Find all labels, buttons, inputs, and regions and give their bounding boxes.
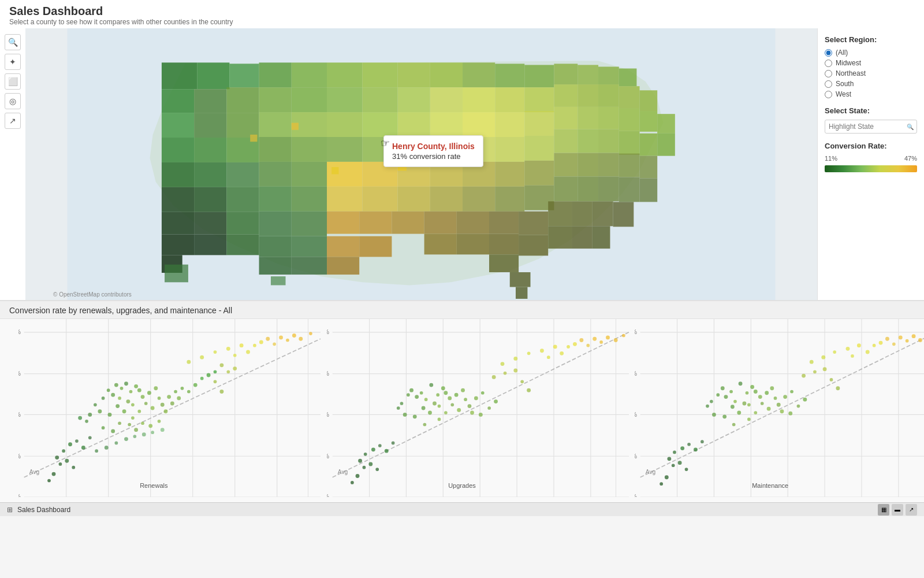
map-container[interactable]: Henry County, Illinois 31% conversion ra… (25, 28, 817, 300)
svg-point-339 (527, 388, 531, 392)
svg-rect-38 (194, 138, 226, 162)
svg-rect-80 (495, 162, 524, 187)
search-tool-button[interactable]: 🔍 (5, 34, 21, 50)
region-option-all[interactable]: (All) (825, 49, 917, 57)
svg-rect-134 (259, 236, 292, 257)
expand-button[interactable]: ↗ (906, 504, 917, 516)
svg-rect-123 (194, 187, 226, 212)
state-title: Select State: (825, 106, 917, 115)
svg-rect-24 (292, 87, 327, 112)
svg-point-247 (161, 428, 165, 432)
svg-point-226 (75, 439, 79, 443)
svg-point-419 (668, 457, 672, 461)
svg-point-279 (415, 395, 419, 399)
svg-point-229 (55, 455, 59, 460)
svg-point-295 (397, 406, 400, 410)
svg-text:40%: 40% (327, 329, 329, 335)
svg-point-315 (586, 344, 590, 347)
svg-point-402 (857, 343, 861, 347)
svg-point-211 (226, 347, 230, 351)
box-select-button[interactable]: ⬜ (5, 73, 21, 90)
svg-point-234 (47, 479, 51, 483)
svg-text:40%: 40% (18, 329, 21, 335)
region-option-northeast[interactable]: Northeast (825, 69, 917, 77)
svg-text:0%: 0% (18, 494, 21, 497)
svg-point-206 (148, 424, 152, 428)
svg-point-375 (743, 402, 747, 406)
svg-point-288 (454, 393, 458, 397)
svg-point-335 (491, 375, 495, 379)
svg-rect-109 (572, 201, 593, 226)
svg-point-237 (233, 366, 237, 370)
right-panel: Select Region: (All) Midwest Northeast S… (817, 28, 924, 300)
svg-point-201 (102, 426, 105, 429)
svg-rect-31 (524, 87, 554, 112)
svg-rect-23 (259, 87, 292, 112)
list-view-button[interactable]: ▬ (892, 504, 903, 516)
svg-point-331 (351, 481, 354, 484)
svg-rect-91 (398, 187, 430, 212)
region-option-west[interactable]: West (825, 90, 917, 98)
lasso-button[interactable]: ◎ (5, 93, 21, 109)
svg-rect-115 (519, 235, 548, 256)
svg-point-233 (52, 472, 56, 476)
svg-point-195 (177, 396, 181, 400)
svg-rect-107 (519, 212, 548, 235)
svg-rect-138 (259, 257, 292, 275)
svg-point-415 (681, 446, 685, 450)
svg-point-182 (158, 397, 161, 400)
svg-rect-16 (554, 64, 578, 84)
svg-point-276 (419, 391, 423, 395)
footer-tab-icon: ⊞ (7, 506, 13, 514)
svg-point-173 (147, 391, 151, 395)
svg-rect-55 (162, 162, 194, 187)
pointer-button[interactable]: ↗ (5, 113, 21, 129)
svg-point-221 (292, 334, 296, 338)
us-map-svg[interactable] (25, 28, 817, 300)
svg-point-280 (441, 386, 445, 390)
footer-tab-label[interactable]: Sales Dashboard (17, 506, 70, 514)
svg-point-326 (358, 459, 362, 463)
svg-text:Avg: Avg (646, 469, 656, 475)
svg-point-403 (851, 354, 854, 358)
svg-point-338 (520, 380, 524, 384)
svg-point-428 (802, 374, 806, 378)
svg-point-230 (59, 462, 62, 466)
svg-point-163 (129, 390, 133, 394)
svg-point-384 (754, 411, 758, 414)
svg-point-379 (747, 403, 751, 406)
svg-rect-133 (292, 212, 327, 236)
star-tool-button[interactable]: ✦ (5, 54, 21, 70)
grid-view-button[interactable]: ▦ (878, 504, 889, 516)
svg-point-214 (246, 350, 250, 354)
region-title: Select Region: (825, 35, 917, 44)
svg-text:10%: 10% (327, 453, 329, 460)
svg-point-166 (118, 397, 121, 400)
svg-point-368 (721, 386, 725, 390)
svg-rect-66 (524, 136, 554, 161)
svg-rect-118 (593, 226, 610, 249)
svg-rect-4 (162, 89, 194, 113)
svg-rect-45 (430, 112, 463, 137)
svg-point-202 (111, 429, 115, 433)
svg-point-183 (108, 413, 112, 417)
svg-point-207 (158, 420, 161, 423)
svg-rect-79 (292, 162, 327, 187)
svg-rect-84 (598, 153, 619, 177)
svg-point-426 (797, 405, 800, 408)
renewals-scatter-svg: Avg (18, 319, 326, 497)
svg-rect-112 (424, 234, 457, 255)
region-option-south[interactable]: South (825, 80, 917, 88)
svg-text:20%: 20% (18, 412, 21, 418)
svg-text:30%: 30% (635, 370, 637, 377)
svg-rect-60 (327, 137, 362, 162)
svg-point-298 (413, 414, 417, 418)
svg-point-385 (737, 411, 742, 415)
svg-rect-144 (331, 167, 338, 174)
svg-point-245 (142, 432, 146, 436)
region-option-midwest[interactable]: Midwest (825, 59, 917, 67)
svg-point-393 (747, 418, 751, 421)
state-search-input[interactable] (825, 120, 917, 134)
svg-rect-143 (398, 162, 407, 171)
svg-point-277 (429, 383, 433, 387)
